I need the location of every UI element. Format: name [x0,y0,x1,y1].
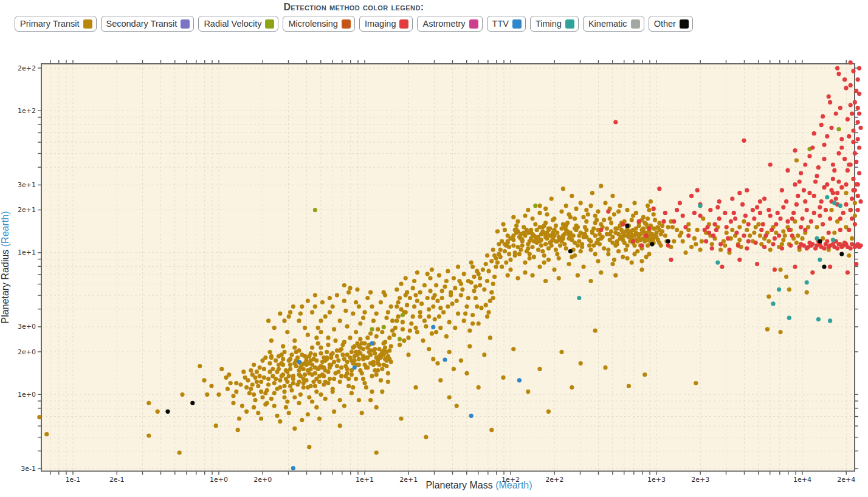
data-point[interactable] [842,77,847,81]
data-point[interactable] [791,211,796,215]
data-point[interactable] [205,392,209,397]
data-point[interactable] [800,236,804,241]
data-point[interactable] [810,270,815,275]
data-point[interactable] [653,233,657,238]
data-point[interactable] [773,236,777,241]
data-point[interactable] [340,352,345,357]
data-point[interactable] [807,154,811,158]
data-point[interactable] [777,287,781,292]
data-point[interactable] [317,365,322,369]
data-point[interactable] [857,66,861,70]
data-point[interactable] [670,225,675,229]
data-point[interactable] [387,348,391,352]
data-point[interactable] [632,233,636,238]
data-point[interactable] [829,208,833,212]
data-point[interactable] [370,327,374,331]
data-point[interactable] [249,368,253,372]
data-point[interactable] [447,350,452,354]
data-point[interactable] [622,241,627,245]
data-point[interactable] [396,300,401,304]
data-point[interactable] [546,246,551,250]
data-point[interactable] [198,364,202,368]
data-point[interactable] [577,296,581,300]
data-point[interactable] [357,357,361,361]
data-point[interactable] [631,228,635,232]
data-point[interactable] [306,368,310,372]
data-point[interactable] [300,352,304,357]
data-point[interactable] [249,386,253,391]
data-point[interactable] [491,296,495,300]
data-point[interactable] [146,433,151,437]
data-point[interactable] [437,314,441,318]
data-point[interactable] [270,374,275,378]
data-point[interactable] [288,363,292,367]
data-point[interactable] [730,228,734,232]
data-point[interactable] [652,212,656,216]
data-point[interactable] [588,204,593,208]
data-point[interactable] [430,331,434,335]
data-point[interactable] [546,410,551,414]
data-point[interactable] [625,256,629,261]
data-point[interactable] [815,174,819,178]
data-point[interactable] [374,450,379,454]
data-point[interactable] [274,358,278,363]
data-point[interactable] [307,445,311,449]
data-point[interactable] [357,304,361,309]
data-point[interactable] [288,357,292,361]
data-point[interactable] [752,216,756,221]
data-point[interactable] [807,241,811,245]
data-point[interactable] [644,255,649,259]
data-point[interactable] [345,367,350,371]
data-point[interactable] [745,188,749,193]
data-point[interactable] [599,236,603,241]
data-point[interactable] [579,249,583,253]
data-point[interactable] [710,242,714,246]
data-point[interactable] [146,401,151,405]
data-point[interactable] [644,233,649,238]
data-point[interactable] [287,411,291,415]
data-point[interactable] [270,367,275,371]
data-point[interactable] [631,239,635,244]
data-point[interactable] [581,265,585,269]
data-point[interactable] [725,225,729,229]
data-point[interactable] [520,244,525,248]
data-point[interactable] [844,191,848,195]
data-point[interactable] [564,204,568,208]
data-point[interactable] [627,384,631,388]
data-point[interactable] [411,314,415,318]
data-point[interactable] [844,86,848,90]
data-point[interactable] [698,248,702,252]
data-point[interactable] [343,309,348,313]
data-point[interactable] [825,134,829,139]
data-point[interactable] [796,233,800,238]
data-point[interactable] [588,279,593,283]
data-point[interactable] [489,259,494,263]
data-point[interactable] [503,249,507,253]
data-point[interactable] [437,273,441,278]
data-point[interactable] [467,329,472,333]
data-point[interactable] [413,385,418,389]
data-point[interactable] [621,222,625,227]
data-point[interactable] [630,261,634,265]
data-point[interactable] [336,358,340,363]
data-point[interactable] [613,120,618,124]
data-point[interactable] [277,367,281,371]
data-point[interactable] [450,301,454,306]
data-point[interactable] [574,228,578,232]
data-point[interactable] [475,304,479,309]
data-point[interactable] [856,137,860,141]
data-point[interactable] [717,216,722,221]
data-point[interactable] [780,246,784,250]
data-point[interactable] [717,199,722,204]
data-point[interactable] [567,212,571,216]
data-point[interactable] [825,195,829,199]
data-point[interactable] [562,225,567,229]
data-point[interactable] [746,222,751,227]
data-point[interactable] [639,228,644,232]
data-point[interactable] [453,326,457,330]
data-point[interactable] [412,304,416,309]
data-point[interactable] [634,211,638,215]
data-point[interactable] [332,360,336,364]
data-point[interactable] [555,231,559,235]
data-point[interactable] [255,369,259,374]
